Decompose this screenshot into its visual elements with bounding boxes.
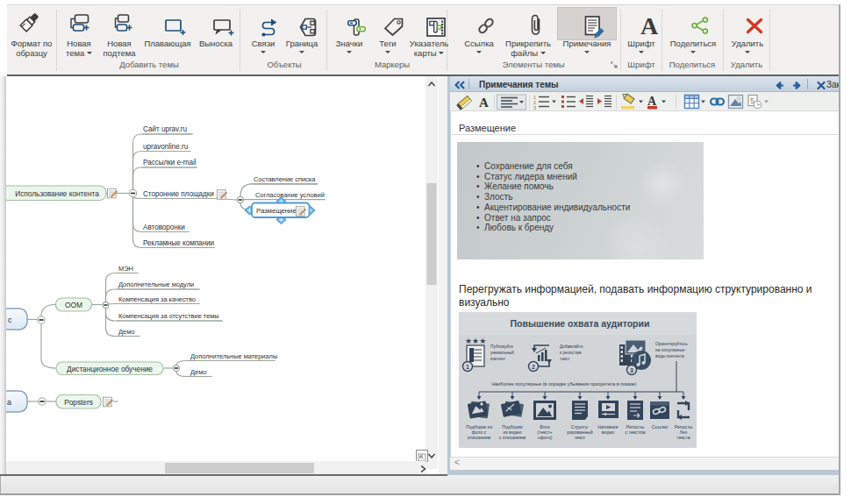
svg-text:Сайт uprav.ru: Сайт uprav.ru: [143, 125, 187, 133]
svg-text:Повышение охвата аудитории: Повышение охвата аудитории: [511, 318, 650, 329]
svg-text:Ориентируйтесь: Ориентируйтесь: [655, 341, 688, 346]
svg-text:Наиболее популярные (в порядке: Наиболее популярные (в порядке убывания …: [491, 381, 636, 387]
svg-text:Дополнительные модули: Дополнительные модули: [118, 280, 194, 288]
svg-text:3: 3: [630, 367, 633, 373]
svg-text:3: 3: [533, 105, 536, 110]
svg-text:уникальный: уникальный: [490, 350, 514, 355]
svg-text:с текстом: с текстом: [626, 429, 646, 435]
svg-text:МЭН: МЭН: [118, 265, 133, 273]
svg-text:на популярные: на популярные: [655, 348, 685, 352]
svg-text:Составление списка: Составление списка: [254, 175, 316, 183]
svg-text:с описанием: с описанием: [499, 435, 526, 440]
svg-text:Добавляйте: Добавляйте: [560, 344, 583, 349]
svg-text:Сторонние площадки: Сторонние площадки: [143, 190, 214, 198]
svg-text:Демо: Демо: [118, 328, 134, 336]
svg-text:2: 2: [532, 364, 535, 370]
svg-text:A: A: [479, 96, 489, 110]
svg-text:Ссылки: Ссылки: [652, 424, 668, 429]
svg-text:+фото): +фото): [538, 435, 553, 440]
svg-text:текст: текст: [575, 435, 586, 440]
svg-text:виды контента: виды контента: [655, 354, 684, 358]
svg-text:Использование контента: Использование контента: [15, 189, 99, 198]
svg-text:контент: контент: [490, 357, 506, 361]
svg-text:A: A: [647, 95, 657, 108]
svg-text:текста: текста: [676, 435, 690, 440]
svg-text:видео: видео: [602, 429, 615, 435]
svg-text:Автоворонки: Автоворонки: [143, 224, 185, 231]
svg-text:ООМ: ООМ: [65, 301, 82, 309]
svg-text:Компенсация за отсутствие темы: Компенсация за отсутствие темы: [118, 312, 219, 320]
svg-text:а: а: [7, 398, 11, 407]
svg-text:с: с: [8, 316, 12, 324]
svg-text:Размещение: Размещение: [256, 207, 297, 215]
svg-text:к репостам: к репостам: [560, 351, 582, 355]
svg-text:Компенсация за качество: Компенсация за качество: [118, 295, 196, 303]
svg-text:Дистанционное обучение: Дистанционное обучение: [67, 365, 153, 373]
svg-text:Дополнительные материалы: Дополнительные материалы: [190, 352, 277, 360]
svg-text:Popsters: Popsters: [64, 398, 93, 407]
svg-text:описанием: описанием: [468, 435, 491, 440]
svg-text:Демо: Демо: [190, 368, 206, 376]
svg-text:Публикуйте: Публикуйте: [490, 344, 513, 349]
svg-text:Рекламные компании: Рекламные компании: [143, 239, 214, 247]
svg-text:текст: текст: [560, 357, 570, 361]
svg-text:1: 1: [466, 364, 469, 370]
svg-text:★★★: ★★★: [465, 337, 486, 345]
svg-text:Рассылки e-mail: Рассылки e-mail: [143, 159, 197, 167]
svg-text:Согласование условий: Согласование условий: [255, 191, 325, 199]
svg-text:upravonline.ru: upravonline.ru: [143, 143, 189, 151]
